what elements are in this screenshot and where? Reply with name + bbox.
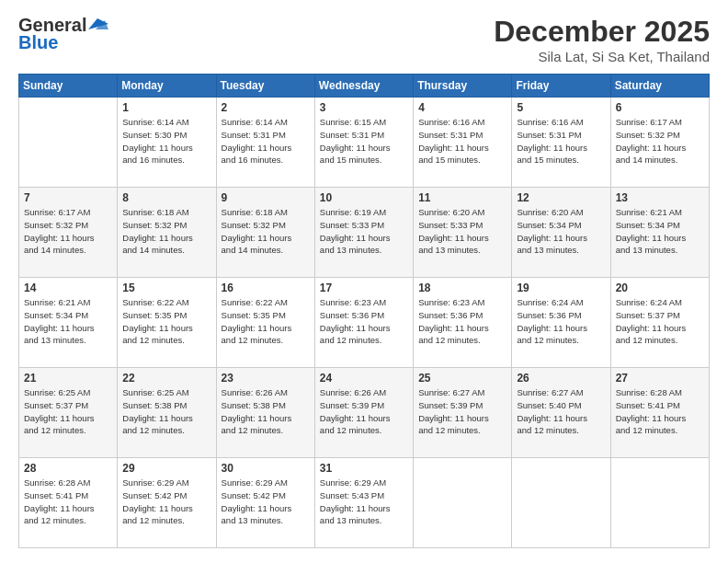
day-info: Sunrise: 6:18 AM Sunset: 5:32 PM Dayligh…: [122, 206, 210, 257]
day-number: 25: [418, 372, 506, 385]
title-block: December 2025 Sila Lat, Si Sa Ket, Thail…: [494, 15, 710, 64]
day-info: Sunrise: 6:23 AM Sunset: 5:36 PM Dayligh…: [320, 296, 408, 347]
calendar-cell: 1Sunrise: 6:14 AM Sunset: 5:30 PM Daylig…: [118, 98, 216, 188]
day-info: Sunrise: 6:14 AM Sunset: 5:31 PM Dayligh…: [222, 116, 310, 167]
col-header-tuesday: Tuesday: [216, 75, 314, 98]
day-number: 31: [320, 462, 408, 475]
day-info: Sunrise: 6:20 AM Sunset: 5:33 PM Dayligh…: [418, 206, 506, 257]
logo: General Blue: [18, 15, 108, 53]
day-number: 12: [517, 191, 605, 204]
calendar-cell: 29Sunrise: 6:29 AM Sunset: 5:42 PM Dayli…: [118, 458, 216, 548]
calendar-cell: 26Sunrise: 6:27 AM Sunset: 5:40 PM Dayli…: [512, 368, 610, 458]
day-number: 22: [122, 372, 210, 385]
day-number: 5: [517, 101, 605, 114]
month-title: December 2025: [494, 15, 710, 49]
day-info: Sunrise: 6:24 AM Sunset: 5:36 PM Dayligh…: [517, 296, 605, 347]
day-number: 9: [222, 191, 310, 204]
day-info: Sunrise: 6:26 AM Sunset: 5:39 PM Dayligh…: [320, 386, 408, 437]
calendar-cell: 27Sunrise: 6:28 AM Sunset: 5:41 PM Dayli…: [610, 368, 709, 458]
day-info: Sunrise: 6:21 AM Sunset: 5:34 PM Dayligh…: [616, 206, 704, 257]
day-number: 20: [616, 282, 704, 294]
calendar-week-5: 28Sunrise: 6:28 AM Sunset: 5:41 PM Dayli…: [19, 458, 710, 548]
day-info: Sunrise: 6:25 AM Sunset: 5:37 PM Dayligh…: [24, 386, 112, 437]
calendar-header-row: SundayMondayTuesdayWednesdayThursdayFrid…: [19, 75, 710, 98]
col-header-sunday: Sunday: [19, 75, 118, 98]
day-info: Sunrise: 6:28 AM Sunset: 5:41 PM Dayligh…: [24, 477, 112, 527]
calendar-cell: 5Sunrise: 6:16 AM Sunset: 5:31 PM Daylig…: [512, 98, 610, 188]
calendar-cell: 31Sunrise: 6:29 AM Sunset: 5:43 PM Dayli…: [314, 458, 413, 548]
calendar-cell: 25Sunrise: 6:27 AM Sunset: 5:39 PM Dayli…: [414, 368, 512, 458]
day-number: 30: [222, 462, 310, 475]
day-info: Sunrise: 6:24 AM Sunset: 5:37 PM Dayligh…: [616, 296, 704, 347]
col-header-monday: Monday: [118, 75, 216, 98]
day-info: Sunrise: 6:17 AM Sunset: 5:32 PM Dayligh…: [616, 116, 704, 167]
calendar-cell: 7Sunrise: 6:17 AM Sunset: 5:32 PM Daylig…: [19, 188, 118, 278]
day-number: 15: [122, 282, 210, 294]
day-info: Sunrise: 6:21 AM Sunset: 5:34 PM Dayligh…: [24, 296, 112, 347]
day-number: 26: [517, 372, 605, 385]
day-info: Sunrise: 6:22 AM Sunset: 5:35 PM Dayligh…: [222, 296, 310, 347]
calendar-cell: 3Sunrise: 6:15 AM Sunset: 5:31 PM Daylig…: [314, 98, 413, 188]
day-info: Sunrise: 6:29 AM Sunset: 5:42 PM Dayligh…: [222, 477, 310, 527]
day-info: Sunrise: 6:23 AM Sunset: 5:36 PM Dayligh…: [418, 296, 506, 347]
day-info: Sunrise: 6:20 AM Sunset: 5:34 PM Dayligh…: [517, 206, 605, 257]
calendar-cell: 10Sunrise: 6:19 AM Sunset: 5:33 PM Dayli…: [314, 188, 413, 278]
day-number: 4: [418, 101, 506, 114]
calendar-cell: 30Sunrise: 6:29 AM Sunset: 5:42 PM Dayli…: [216, 458, 314, 548]
day-number: 6: [616, 101, 704, 114]
calendar-week-2: 7Sunrise: 6:17 AM Sunset: 5:32 PM Daylig…: [19, 188, 710, 278]
day-info: Sunrise: 6:14 AM Sunset: 5:30 PM Dayligh…: [122, 116, 210, 167]
day-info: Sunrise: 6:16 AM Sunset: 5:31 PM Dayligh…: [418, 116, 506, 167]
calendar-cell: [512, 458, 610, 548]
day-info: Sunrise: 6:22 AM Sunset: 5:35 PM Dayligh…: [122, 296, 210, 347]
calendar-cell: 9Sunrise: 6:18 AM Sunset: 5:32 PM Daylig…: [216, 188, 314, 278]
calendar-cell: 2Sunrise: 6:14 AM Sunset: 5:31 PM Daylig…: [216, 98, 314, 188]
calendar-week-3: 14Sunrise: 6:21 AM Sunset: 5:34 PM Dayli…: [19, 278, 710, 368]
calendar-cell: 22Sunrise: 6:25 AM Sunset: 5:38 PM Dayli…: [118, 368, 216, 458]
calendar-cell: 12Sunrise: 6:20 AM Sunset: 5:34 PM Dayli…: [512, 188, 610, 278]
logo-blue: Blue: [18, 32, 58, 53]
col-header-friday: Friday: [512, 75, 610, 98]
calendar-cell: 4Sunrise: 6:16 AM Sunset: 5:31 PM Daylig…: [414, 98, 512, 188]
header: General Blue December 2025 Sila Lat, Si …: [18, 15, 710, 64]
day-number: 23: [222, 372, 310, 385]
day-number: 17: [320, 282, 408, 294]
col-header-saturday: Saturday: [610, 75, 709, 98]
day-number: 8: [122, 191, 210, 204]
calendar: SundayMondayTuesdayWednesdayThursdayFrid…: [18, 74, 710, 548]
calendar-cell: 15Sunrise: 6:22 AM Sunset: 5:35 PM Dayli…: [118, 278, 216, 368]
logo-icon: [88, 17, 108, 31]
day-info: Sunrise: 6:29 AM Sunset: 5:43 PM Dayligh…: [320, 477, 408, 527]
day-info: Sunrise: 6:15 AM Sunset: 5:31 PM Dayligh…: [320, 116, 408, 167]
day-number: 11: [418, 191, 506, 204]
day-number: 13: [616, 191, 704, 204]
calendar-cell: 24Sunrise: 6:26 AM Sunset: 5:39 PM Dayli…: [314, 368, 413, 458]
calendar-cell: 20Sunrise: 6:24 AM Sunset: 5:37 PM Dayli…: [610, 278, 709, 368]
day-number: 16: [222, 282, 310, 294]
day-info: Sunrise: 6:27 AM Sunset: 5:40 PM Dayligh…: [517, 386, 605, 437]
calendar-cell: 23Sunrise: 6:26 AM Sunset: 5:38 PM Dayli…: [216, 368, 314, 458]
calendar-cell: 19Sunrise: 6:24 AM Sunset: 5:36 PM Dayli…: [512, 278, 610, 368]
day-number: 10: [320, 191, 408, 204]
calendar-cell: [414, 458, 512, 548]
day-number: 18: [418, 282, 506, 294]
calendar-cell: 14Sunrise: 6:21 AM Sunset: 5:34 PM Dayli…: [19, 278, 118, 368]
day-number: 29: [122, 462, 210, 475]
col-header-wednesday: Wednesday: [314, 75, 413, 98]
day-number: 28: [24, 462, 112, 475]
day-number: 1: [122, 101, 210, 114]
day-info: Sunrise: 6:16 AM Sunset: 5:31 PM Dayligh…: [517, 116, 605, 167]
calendar-cell: 6Sunrise: 6:17 AM Sunset: 5:32 PM Daylig…: [610, 98, 709, 188]
page: General Blue December 2025 Sila Lat, Si …: [0, 0, 728, 563]
day-number: 2: [222, 101, 310, 114]
calendar-cell: 17Sunrise: 6:23 AM Sunset: 5:36 PM Dayli…: [314, 278, 413, 368]
day-number: 3: [320, 101, 408, 114]
calendar-week-1: 1Sunrise: 6:14 AM Sunset: 5:30 PM Daylig…: [19, 98, 710, 188]
calendar-cell: 28Sunrise: 6:28 AM Sunset: 5:41 PM Dayli…: [19, 458, 118, 548]
location: Sila Lat, Si Sa Ket, Thailand: [494, 49, 710, 64]
calendar-cell: 21Sunrise: 6:25 AM Sunset: 5:37 PM Dayli…: [19, 368, 118, 458]
day-number: 19: [517, 282, 605, 294]
day-info: Sunrise: 6:19 AM Sunset: 5:33 PM Dayligh…: [320, 206, 408, 257]
day-number: 24: [320, 372, 408, 385]
calendar-cell: 18Sunrise: 6:23 AM Sunset: 5:36 PM Dayli…: [414, 278, 512, 368]
